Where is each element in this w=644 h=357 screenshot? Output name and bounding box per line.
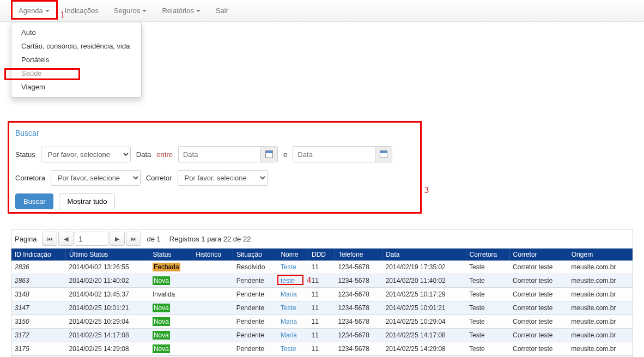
pager-prev-button[interactable]: ◀ — [58, 232, 74, 246]
status-badge: Fechada — [153, 263, 180, 271]
cell-ultimo-status: 2014/02/25 14:17:08 — [66, 329, 149, 342]
navbar: Agenda Indicações Seguros Relatórios Sai… — [0, 0, 644, 22]
e-label: e — [283, 150, 287, 159]
cell-nome: Maria — [277, 315, 308, 329]
annotation-number-3: 3 — [424, 185, 429, 195]
dropdown-viagem[interactable]: Viagem — [11, 80, 141, 94]
table-row[interactable]: 31752014/02/25 14:29:08NovaPendenteTeste… — [11, 342, 633, 356]
nome-link[interactable]: Maria — [281, 331, 297, 339]
cell-origem: meusite.com.br — [568, 329, 632, 342]
cell-status: Nova — [149, 342, 192, 356]
cell-situacao: Pendente — [233, 301, 277, 315]
table-row[interactable]: 31502014/02/25 10:29:04NovaPendenteMaria… — [11, 315, 633, 329]
dropdown-auto[interactable]: Auto — [11, 26, 141, 39]
corretor-select[interactable]: Por favor, selecione — [178, 170, 268, 186]
table-row[interactable]: 28362014/04/02 13:26:55FechadaResolvidoT… — [11, 261, 633, 274]
mostrar-tudo-button[interactable]: Mostrar tudo — [59, 193, 115, 209]
column-header[interactable]: Data — [382, 249, 466, 261]
cell-ddd: 11 — [308, 274, 335, 288]
date-to-group — [293, 146, 392, 162]
cell-corretor: Corretor teste — [509, 301, 568, 315]
calendar-icon — [380, 150, 387, 158]
nome-link[interactable]: Maria — [281, 318, 297, 325]
pager-last-button[interactable]: ⏭ — [126, 232, 141, 246]
column-header[interactable]: Corretor — [509, 249, 568, 261]
nome-link[interactable]: Teste — [281, 304, 296, 312]
cell-ultimo-status: 2014/02/25 10:29:04 — [66, 315, 149, 329]
cell-situacao: Pendente — [233, 288, 277, 301]
annotation-number-4: 4 — [307, 275, 311, 285]
cell-situacao: Pendente — [233, 342, 277, 356]
nav-seguros[interactable]: Seguros — [106, 0, 154, 21]
calendar-to-button[interactable] — [375, 147, 392, 162]
date-from-input[interactable] — [179, 147, 260, 161]
calendar-icon — [265, 150, 273, 158]
cell-telefone: 1234-5678 — [335, 288, 382, 301]
column-header[interactable]: ID Indicação — [11, 249, 66, 261]
nome-link[interactable]: Teste — [281, 263, 296, 271]
search-buttons: Buscar Mostrar tudo — [15, 193, 631, 209]
cell-data: 2014/02/25 10:29:04 — [382, 315, 466, 329]
column-header[interactable]: Histórico — [192, 249, 233, 261]
column-header[interactable]: Situação — [233, 249, 277, 261]
table-row[interactable]: 28632014/02/20 11:40:02NovaPendenteteste… — [11, 274, 633, 288]
calendar-from-button[interactable] — [260, 147, 277, 162]
nav-agenda[interactable]: Agenda — [11, 0, 57, 21]
table-row[interactable]: 31472014/02/25 10:01:21NovaPendenteTeste… — [11, 301, 633, 315]
cell-id: 3147 — [11, 301, 66, 315]
column-header[interactable]: Corretora — [466, 249, 509, 261]
cell-situacao: Pendente — [233, 315, 277, 329]
cell-corretora: Teste — [466, 261, 509, 274]
nome-link[interactable]: teste — [281, 277, 295, 285]
cell-ultimo-status: 2014/02/20 11:40:02 — [66, 274, 149, 288]
pager-next-button[interactable]: ▶ — [110, 232, 125, 246]
pager-registros-label: Registros 1 para 22 de 22 — [169, 235, 251, 243]
status-badge: Nova — [153, 344, 170, 353]
cell-ddd: 11 — [308, 301, 335, 315]
nome-link[interactable]: Teste — [281, 345, 296, 353]
cell-historico — [192, 315, 233, 329]
corretora-select[interactable]: Por favor, selecione — [51, 170, 141, 186]
cell-nome: Teste — [277, 301, 308, 315]
table-row[interactable]: 31482014/04/02 13:45:37InvalidaPendenteM… — [11, 288, 633, 301]
buscar-button[interactable]: Buscar — [15, 193, 53, 209]
status-select[interactable]: Por favor, selecione — [41, 147, 131, 162]
column-header[interactable]: Origem — [568, 249, 632, 261]
cell-nome: teste4 — [277, 274, 308, 288]
search-row-2: Corretora Por favor, selecione Corretor … — [15, 170, 631, 186]
corretora-label: Corretora — [15, 174, 45, 182]
cell-situacao: Resolvido — [233, 261, 277, 274]
cell-status: Nova — [149, 301, 192, 315]
cell-corretor: Corretor teste — [509, 261, 568, 274]
dropdown-portateis[interactable]: Portáteis — [11, 53, 141, 66]
entre-label: entre — [156, 150, 173, 159]
cell-ddd: 11 — [308, 342, 335, 356]
table-row[interactable]: 31722014/02/25 14:17:08NovaPendenteMaria… — [11, 329, 633, 342]
pager-page-input[interactable] — [75, 232, 108, 246]
column-header[interactable]: Nome — [277, 249, 308, 261]
nome-link[interactable]: Maria — [281, 291, 297, 298]
column-header[interactable]: Status — [149, 249, 192, 261]
cell-status: Fechada — [149, 261, 192, 274]
pager-first-button[interactable]: ⏮ — [42, 232, 57, 246]
search-panel: Buscar Status Por favor, selecione Data … — [11, 124, 633, 222]
cell-ultimo-status: 2014/02/25 14:29:08 — [66, 342, 149, 356]
dropdown-saude[interactable]: Saúde — [11, 66, 141, 80]
column-header[interactable]: DDD — [308, 249, 335, 261]
cell-data: 2014/02/20 11:40:02 — [382, 274, 466, 288]
status-label: Status — [15, 150, 35, 159]
search-title: Buscar — [15, 129, 631, 137]
column-header[interactable]: Último Status — [66, 249, 149, 261]
column-header[interactable]: Telefone — [335, 249, 382, 261]
pager: Pagina ⏮ ◀ ▶ ⏭ de 1 Registros 1 para 22 … — [11, 229, 633, 249]
nav-relatorios[interactable]: Relatórios — [154, 0, 208, 21]
dropdown-cartao[interactable]: Cartão, consórcio, residência, vida — [11, 39, 141, 53]
cell-telefone: 1234-5678 — [335, 342, 382, 356]
status-badge: Nova — [153, 317, 170, 326]
date-to-input[interactable] — [293, 147, 375, 161]
cell-historico — [192, 342, 233, 356]
nav-sair[interactable]: Sair — [208, 0, 236, 21]
cell-historico — [192, 274, 233, 288]
pager-de-label: de 1 — [147, 235, 160, 243]
cell-status: Nova — [149, 274, 192, 288]
